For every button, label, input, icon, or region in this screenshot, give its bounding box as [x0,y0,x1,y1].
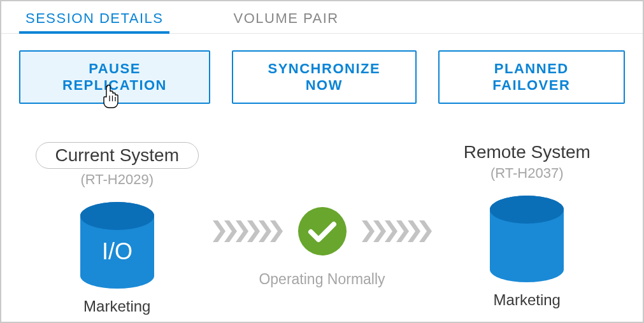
svg-marker-17 [385,220,397,242]
svg-marker-11 [259,220,271,242]
action-bar: PAUSE REPLICATION SYNCHRONIZE NOW PLANNE… [19,50,625,104]
tab-bar: SESSION DETAILS VOLUME PAIR [1,1,643,34]
replication-status: Operating Normally [213,203,432,288]
replication-diagram: Current System (RT-H2029) I/O Marketing [19,142,625,315]
flow-row [213,203,432,259]
io-label: I/O [102,238,132,264]
svg-marker-8 [224,220,237,242]
remote-system-label: Remote System [464,142,590,162]
svg-marker-12 [270,220,283,242]
current-system-id: (RT-H2029) [80,171,154,188]
current-volume-name: Marketing [83,298,150,315]
synchronize-now-button[interactable]: SYNCHRONIZE NOW [232,50,417,104]
svg-point-5 [80,263,154,289]
tab-volume-pair[interactable]: VOLUME PAIR [227,10,345,33]
current-volume-icon: I/O [73,199,162,289]
status-ok-icon [294,203,350,259]
svg-marker-7 [213,220,225,242]
pause-replication-button[interactable]: PAUSE REPLICATION [19,50,210,104]
svg-point-14 [298,207,347,255]
planned-failover-button[interactable]: PLANNED FAILOVER [438,50,625,104]
remote-volume-name: Marketing [494,291,561,309]
svg-marker-9 [236,220,248,242]
svg-point-23 [490,257,564,282]
svg-marker-10 [247,220,260,242]
current-system: Current System (RT-H2029) I/O Marketing [22,142,213,315]
svg-marker-20 [419,220,432,242]
svg-point-24 [490,196,564,224]
remote-volume-icon [482,193,571,282]
tab-session-details[interactable]: SESSION DETAILS [19,10,169,33]
remote-system: Remote System (RT-H2037) Marketing [432,142,623,309]
svg-point-6 [80,202,154,230]
session-panel: SESSION DETAILS VOLUME PAIR PAUSE REPLIC… [0,0,644,323]
status-text: Operating Normally [259,271,385,288]
svg-marker-18 [396,220,409,242]
svg-marker-19 [408,220,420,242]
flow-arrows-left-icon [213,214,294,248]
flow-arrows-right-icon [350,214,432,248]
svg-marker-16 [373,220,386,242]
svg-marker-15 [362,220,375,242]
remote-system-id: (RT-H2037) [490,165,564,182]
current-system-label: Current System [36,142,199,169]
